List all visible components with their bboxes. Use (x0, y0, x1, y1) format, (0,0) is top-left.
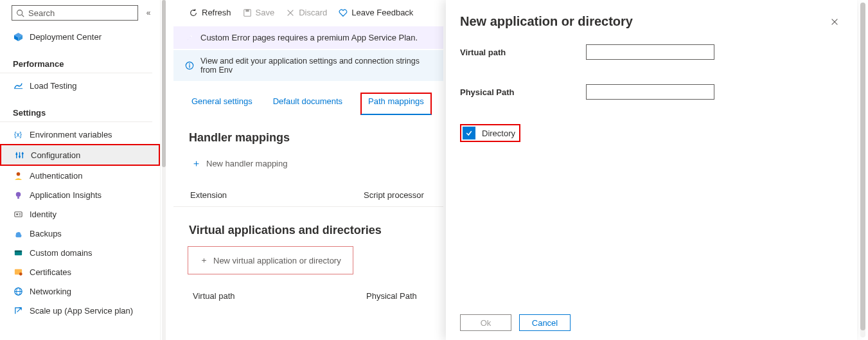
physical-path-input[interactable] (586, 84, 714, 100)
new-vapp-label: New virtual application or directory (213, 256, 341, 265)
svg-rect-15 (17, 197, 19, 199)
sidebar-item-label: Custom domains (30, 248, 93, 258)
sidebar-item-label: Load Testing (30, 81, 77, 91)
discard-icon (286, 8, 295, 17)
scrollbar-thumb[interactable] (860, 3, 865, 330)
svg-rect-16 (14, 211, 21, 217)
plus-icon: ＋ (200, 255, 208, 266)
svg-point-13 (16, 172, 20, 175)
svg-point-32 (191, 35, 192, 37)
svg-point-14 (15, 192, 21, 197)
tab-general-settings[interactable]: General settings (189, 93, 255, 114)
feedback-button[interactable]: Leave Feedback (339, 8, 413, 17)
refresh-icon (189, 8, 198, 17)
search-input[interactable]: Search (12, 5, 138, 21)
svg-rect-21 (14, 250, 21, 251)
sidebar-item-identity[interactable]: Identity (0, 204, 160, 224)
virtual-apps-heading: Virtual applications and directories (173, 207, 443, 237)
sidebar-item-label: Authentication (30, 171, 82, 181)
scrollbar-thumb[interactable] (162, 0, 166, 167)
panel-title: New application or directory (460, 14, 633, 29)
svg-rect-29 (245, 9, 249, 12)
sidebar-item-application-insights[interactable]: Application Insights (0, 185, 160, 204)
physical-path-label: Physical Path (460, 87, 586, 97)
ok-button[interactable]: Ok (460, 314, 511, 331)
sidebar-item-environment-variables[interactable]: {x}Environment variables (0, 125, 160, 144)
sidebar-item-networking[interactable]: Networking (0, 282, 160, 301)
close-panel-button[interactable] (830, 17, 839, 26)
sidebar-item-label: Application Insights (30, 190, 102, 200)
page-scrollbar[interactable] (860, 3, 865, 337)
directory-checkbox-group: Directory (460, 124, 520, 142)
banner-text: Custom Error pages requires a premium Ap… (200, 33, 418, 42)
tab-default-documents[interactable]: Default documents (270, 93, 345, 114)
col-extension: Extension (190, 190, 364, 200)
sidebar-item-label: Certificates (30, 267, 71, 277)
col-physical-path: Physical Path (366, 291, 417, 301)
sidebar-item-backups[interactable]: Backups (0, 224, 160, 243)
sidebar-item-load-testing[interactable]: Load Testing (0, 76, 160, 95)
domain-icon (13, 247, 23, 258)
col-virtual-path: Virtual path (193, 291, 366, 301)
save-icon (243, 8, 252, 17)
svg-point-34 (189, 64, 190, 65)
person-icon (13, 170, 23, 181)
discard-label: Discard (299, 8, 327, 17)
sidebar-item-label: Scale up (App Service plan) (30, 306, 133, 316)
sliders-icon (14, 150, 24, 160)
svg-rect-5 (13, 88, 22, 89)
sidebar-item-label: Configuration (31, 150, 80, 160)
search-icon (16, 9, 24, 17)
search-placeholder: Search (28, 8, 55, 18)
svg-point-10 (15, 153, 17, 155)
sidebar-item-label: Environment variables (30, 130, 112, 139)
sidebar-section-performance: Performance (0, 49, 152, 73)
refresh-label: Refresh (202, 8, 231, 17)
tab-path-mappings[interactable]: Path mappings (360, 93, 432, 115)
sidebar-item-custom-domains[interactable]: Custom domains (0, 243, 160, 262)
svg-line-27 (17, 307, 21, 312)
sidebar-item-scale-up-app-service-plan-[interactable]: Scale up (App Service plan) (0, 301, 160, 320)
svg-point-23 (19, 272, 22, 275)
cube-icon (13, 31, 23, 42)
new-app-directory-panel: New application or directory Virtual pat… (446, 0, 857, 340)
svg-point-11 (19, 155, 21, 157)
discard-button: Discard (286, 8, 327, 17)
svg-line-1 (22, 14, 24, 16)
save-label: Save (256, 8, 275, 17)
banner-premium: Custom Error pages requires a premium Ap… (173, 26, 443, 49)
info-icon (185, 61, 194, 70)
new-handler-mapping-button[interactable]: ＋ New handler mapping (173, 145, 287, 170)
handler-mappings-heading: Handler mappings (173, 114, 443, 145)
new-virtual-app-button[interactable]: ＋ New virtual application or directory (188, 246, 353, 274)
refresh-button[interactable]: Refresh (189, 8, 231, 17)
plus-icon: ＋ (191, 157, 201, 170)
svg-rect-35 (189, 65, 190, 67)
sidebar-item-deployment-center[interactable]: Deployment Center (0, 27, 160, 46)
banner-text: View and edit your application settings … (200, 57, 432, 75)
sidebar: Search « Deployment Center Performance L… (0, 0, 161, 340)
virtual-path-input[interactable] (586, 44, 714, 60)
sidebar-item-label: Deployment Center (30, 32, 102, 42)
sidebar-section-settings: Settings (0, 98, 152, 122)
collapse-sidebar-button[interactable]: « (143, 8, 154, 17)
sidebar-item-configuration[interactable]: Configuration (0, 144, 160, 166)
sidebar-scrollbar[interactable] (162, 0, 166, 340)
save-button: Save (243, 8, 275, 17)
rocket-icon (185, 33, 194, 42)
sidebar-item-certificates[interactable]: Certificates (0, 262, 160, 282)
load-icon (13, 80, 23, 91)
directory-checkbox[interactable] (463, 127, 475, 139)
directory-label: Directory (482, 129, 515, 138)
backup-icon (13, 228, 23, 238)
new-handler-label: New handler mapping (206, 159, 287, 168)
cancel-button[interactable]: Cancel (519, 314, 571, 331)
sidebar-item-authentication[interactable]: Authentication (0, 166, 160, 185)
scale-icon (13, 305, 23, 316)
id-icon (13, 209, 23, 219)
col-script-processor: Script processor (364, 190, 424, 200)
vapp-table-header: Virtual path Physical Path (173, 274, 443, 301)
svg-point-17 (16, 213, 18, 215)
toolbar: Refresh Save Discard Leave Feedback (173, 0, 443, 26)
feedback-label: Leave Feedback (351, 8, 413, 17)
